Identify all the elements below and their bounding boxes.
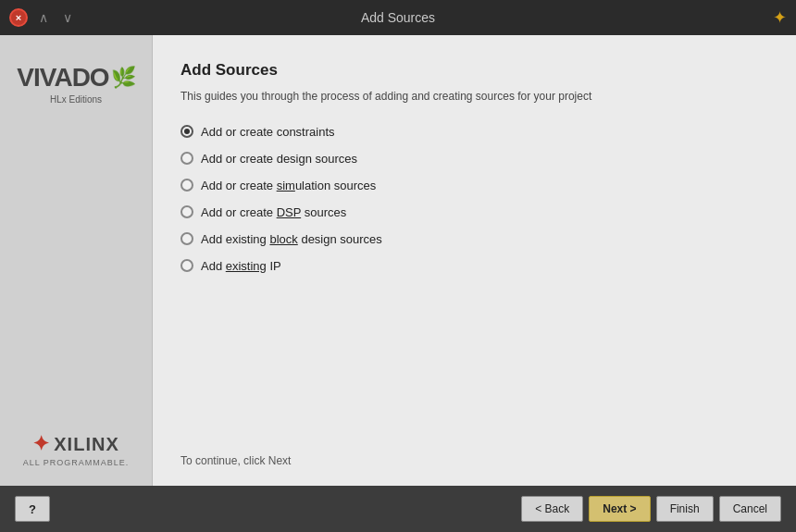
radio-block-design-circle[interactable]: [180, 232, 193, 245]
main-content: VIVADO 🌿 HLx Editions ✦ XILINX ALL PROGR…: [0, 35, 796, 486]
footer-right: < Back Next > Finish Cancel: [521, 496, 781, 522]
down-arrow-button[interactable]: ∨: [59, 10, 76, 25]
footer-left: ?: [15, 496, 50, 522]
radio-design-label: Add or create design sources: [201, 152, 357, 166]
next-button[interactable]: Next >: [589, 496, 650, 522]
vivado-subtitle: HLx Editions: [50, 94, 102, 105]
radio-block-design[interactable]: Add existing block design sources: [180, 232, 768, 246]
footer: ? < Back Next > Finish Cancel: [0, 486, 796, 532]
vivado-logo-text: VIVADO 🌿: [17, 63, 134, 93]
radio-design[interactable]: Add or create design sources: [180, 152, 768, 166]
radio-simulation[interactable]: Add or create simulation sources: [180, 179, 768, 192]
panel-title: Add Sources: [180, 61, 768, 80]
close-button[interactable]: ×: [9, 8, 28, 27]
back-button[interactable]: < Back: [521, 496, 583, 522]
radio-constraints-circle[interactable]: [180, 125, 193, 138]
radio-constraints[interactable]: Add or create constraints: [180, 125, 768, 139]
xilinx-name: XILINX: [54, 434, 118, 455]
title-bar: × ∧ ∨ Add Sources ✦: [0, 0, 796, 35]
left-panel: VIVADO 🌿 HLx Editions ✦ XILINX ALL PROGR…: [0, 35, 153, 486]
radio-existing-ip-label: Add existing IP: [201, 259, 281, 273]
radio-design-circle[interactable]: [180, 152, 193, 165]
xilinx-branding: ✦ XILINX ALL PROGRAMMABLE.: [23, 432, 130, 467]
xilinx-top-logo: ✦: [773, 7, 787, 28]
help-button[interactable]: ?: [15, 496, 50, 522]
up-arrow-button[interactable]: ∧: [35, 10, 52, 25]
radio-simulation-label: Add or create simulation sources: [201, 179, 376, 192]
xilinx-tagline: ALL PROGRAMMABLE.: [23, 458, 130, 467]
cancel-button[interactable]: Cancel: [719, 496, 781, 522]
source-type-radio-group: Add or create constraints Add or create …: [180, 125, 768, 273]
title-bar-left: × ∧ ∨: [9, 8, 76, 27]
bottom-hint: To continue, click Next: [180, 454, 768, 467]
vivado-leaf-icon: 🌿: [111, 66, 135, 90]
title-bar-right: ✦: [773, 7, 787, 28]
panel-description: This guides you through the process of a…: [180, 89, 768, 105]
vivado-logo: VIVADO 🌿 HLx Editions: [17, 63, 134, 105]
right-panel: Add Sources This guides you through the …: [153, 35, 796, 486]
radio-dsp-circle[interactable]: [180, 205, 193, 218]
close-icon: ×: [16, 12, 21, 23]
radio-dsp-label: Add or create DSP sources: [201, 205, 346, 219]
xilinx-x-icon: ✦: [32, 432, 49, 456]
radio-simulation-circle[interactable]: [180, 179, 193, 192]
finish-button[interactable]: Finish: [656, 496, 714, 522]
window-title: Add Sources: [361, 10, 435, 25]
radio-block-design-label: Add existing block design sources: [201, 232, 382, 246]
radio-constraints-label: Add or create constraints: [201, 125, 335, 139]
radio-existing-ip[interactable]: Add existing IP: [180, 259, 768, 273]
radio-existing-ip-circle[interactable]: [180, 259, 193, 272]
xilinx-logo: ✦ XILINX: [32, 432, 118, 456]
radio-dsp[interactable]: Add or create DSP sources: [180, 205, 768, 219]
